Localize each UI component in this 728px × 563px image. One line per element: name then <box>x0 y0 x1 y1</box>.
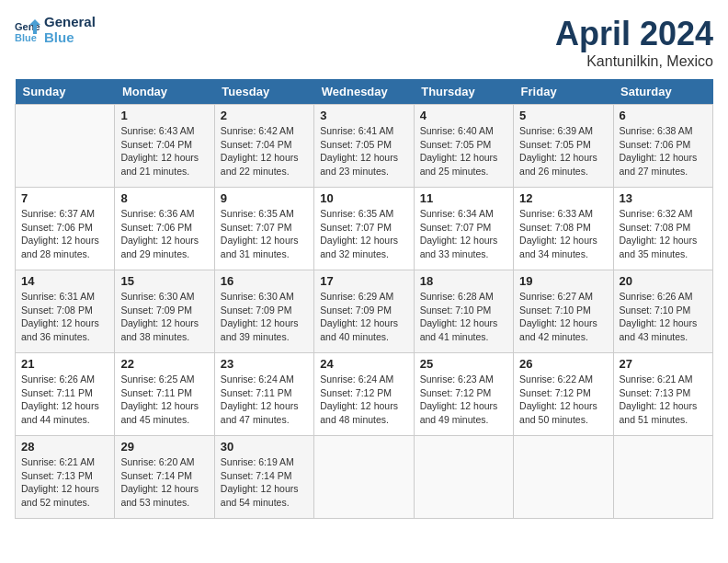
day-number: 14 <box>21 274 108 288</box>
day-info: Sunrise: 6:31 AM Sunset: 7:08 PM Dayligh… <box>21 290 108 344</box>
day-number: 22 <box>120 357 208 371</box>
calendar-cell: 7Sunrise: 6:37 AM Sunset: 7:06 PM Daylig… <box>16 188 115 270</box>
day-number: 24 <box>320 357 407 371</box>
calendar-cell: 17Sunrise: 6:29 AM Sunset: 7:09 PM Dayli… <box>314 270 414 353</box>
calendar-cell <box>16 105 115 188</box>
day-number: 23 <box>221 357 308 371</box>
calendar-cell: 19Sunrise: 6:27 AM Sunset: 7:10 PM Dayli… <box>514 270 613 353</box>
logo-icon: General Blue <box>15 17 40 43</box>
calendar-cell: 24Sunrise: 6:24 AM Sunset: 7:12 PM Dayli… <box>314 353 414 436</box>
day-number: 28 <box>21 440 108 454</box>
logo-blue: Blue <box>44 30 96 46</box>
day-info: Sunrise: 6:26 AM Sunset: 7:10 PM Dayligh… <box>620 290 707 344</box>
day-number: 17 <box>320 274 407 288</box>
day-number: 10 <box>320 191 407 205</box>
day-info: Sunrise: 6:43 AM Sunset: 7:04 PM Dayligh… <box>120 124 208 178</box>
day-info: Sunrise: 6:24 AM Sunset: 7:12 PM Dayligh… <box>320 373 407 427</box>
day-info: Sunrise: 6:29 AM Sunset: 7:09 PM Dayligh… <box>320 290 407 344</box>
day-info: Sunrise: 6:28 AM Sunset: 7:10 PM Dayligh… <box>420 290 507 344</box>
day-info: Sunrise: 6:24 AM Sunset: 7:11 PM Dayligh… <box>221 373 308 427</box>
calendar-cell <box>613 436 712 519</box>
day-info: Sunrise: 6:34 AM Sunset: 7:07 PM Dayligh… <box>420 207 507 261</box>
day-header-sunday: Sunday <box>16 79 115 105</box>
calendar-cell <box>314 436 414 519</box>
day-info: Sunrise: 6:25 AM Sunset: 7:11 PM Dayligh… <box>120 373 208 427</box>
calendar-cell: 14Sunrise: 6:31 AM Sunset: 7:08 PM Dayli… <box>16 270 115 353</box>
day-info: Sunrise: 6:19 AM Sunset: 7:14 PM Dayligh… <box>221 455 308 510</box>
day-number: 9 <box>221 191 308 205</box>
calendar-cell: 4Sunrise: 6:40 AM Sunset: 7:05 PM Daylig… <box>414 105 513 188</box>
week-row-1: 1Sunrise: 6:43 AM Sunset: 7:04 PM Daylig… <box>16 105 713 188</box>
calendar-cell: 15Sunrise: 6:30 AM Sunset: 7:09 PM Dayli… <box>115 270 214 353</box>
day-number: 30 <box>221 440 308 454</box>
calendar-cell <box>514 436 613 519</box>
calendar-cell: 3Sunrise: 6:41 AM Sunset: 7:05 PM Daylig… <box>314 105 414 188</box>
day-info: Sunrise: 6:40 AM Sunset: 7:05 PM Dayligh… <box>420 124 507 178</box>
calendar-cell: 25Sunrise: 6:23 AM Sunset: 7:12 PM Dayli… <box>414 353 513 436</box>
calendar-cell: 18Sunrise: 6:28 AM Sunset: 7:10 PM Dayli… <box>414 270 513 353</box>
day-info: Sunrise: 6:38 AM Sunset: 7:06 PM Dayligh… <box>620 124 707 178</box>
day-number: 11 <box>420 191 507 205</box>
day-header-monday: Monday <box>115 79 214 105</box>
day-number: 27 <box>620 357 707 371</box>
calendar-cell: 28Sunrise: 6:21 AM Sunset: 7:13 PM Dayli… <box>16 436 115 519</box>
day-number: 18 <box>420 274 507 288</box>
calendar-cell: 29Sunrise: 6:20 AM Sunset: 7:14 PM Dayli… <box>115 436 214 519</box>
day-info: Sunrise: 6:37 AM Sunset: 7:06 PM Dayligh… <box>21 207 108 261</box>
day-info: Sunrise: 6:30 AM Sunset: 7:09 PM Dayligh… <box>120 290 208 344</box>
week-row-3: 14Sunrise: 6:31 AM Sunset: 7:08 PM Dayli… <box>16 270 713 353</box>
calendar-cell: 20Sunrise: 6:26 AM Sunset: 7:10 PM Dayli… <box>613 270 712 353</box>
calendar-cell: 23Sunrise: 6:24 AM Sunset: 7:11 PM Dayli… <box>214 353 313 436</box>
day-info: Sunrise: 6:32 AM Sunset: 7:08 PM Dayligh… <box>620 207 707 261</box>
location-subtitle: Kantunilkin, Mexico <box>555 53 713 70</box>
day-number: 2 <box>221 109 308 122</box>
day-number: 12 <box>519 191 607 205</box>
calendar-cell <box>414 436 513 519</box>
day-number: 19 <box>519 274 607 288</box>
logo: General Blue General Blue <box>15 15 96 45</box>
page-header: General Blue General Blue April 2024 Kan… <box>15 15 713 70</box>
calendar-cell: 11Sunrise: 6:34 AM Sunset: 7:07 PM Dayli… <box>414 188 513 270</box>
calendar-cell: 21Sunrise: 6:26 AM Sunset: 7:11 PM Dayli… <box>16 353 115 436</box>
day-info: Sunrise: 6:22 AM Sunset: 7:12 PM Dayligh… <box>519 373 607 427</box>
day-header-wednesday: Wednesday <box>314 79 414 105</box>
day-info: Sunrise: 6:27 AM Sunset: 7:10 PM Dayligh… <box>519 290 607 344</box>
day-number: 29 <box>120 440 208 454</box>
day-header-thursday: Thursday <box>414 79 513 105</box>
day-number: 4 <box>420 109 507 122</box>
day-info: Sunrise: 6:36 AM Sunset: 7:06 PM Dayligh… <box>120 207 208 261</box>
calendar-cell: 30Sunrise: 6:19 AM Sunset: 7:14 PM Dayli… <box>214 436 313 519</box>
calendar-cell: 2Sunrise: 6:42 AM Sunset: 7:04 PM Daylig… <box>214 105 313 188</box>
calendar-cell: 22Sunrise: 6:25 AM Sunset: 7:11 PM Dayli… <box>115 353 214 436</box>
calendar-cell: 6Sunrise: 6:38 AM Sunset: 7:06 PM Daylig… <box>613 105 712 188</box>
week-row-5: 28Sunrise: 6:21 AM Sunset: 7:13 PM Dayli… <box>16 436 713 519</box>
calendar-cell: 8Sunrise: 6:36 AM Sunset: 7:06 PM Daylig… <box>115 188 214 270</box>
calendar-cell: 13Sunrise: 6:32 AM Sunset: 7:08 PM Dayli… <box>613 188 712 270</box>
day-info: Sunrise: 6:35 AM Sunset: 7:07 PM Dayligh… <box>320 207 407 261</box>
calendar-cell: 26Sunrise: 6:22 AM Sunset: 7:12 PM Dayli… <box>514 353 613 436</box>
calendar-cell: 5Sunrise: 6:39 AM Sunset: 7:05 PM Daylig… <box>514 105 613 188</box>
day-info: Sunrise: 6:30 AM Sunset: 7:09 PM Dayligh… <box>221 290 308 344</box>
calendar-table: SundayMondayTuesdayWednesdayThursdayFrid… <box>15 79 713 519</box>
day-header-friday: Friday <box>514 79 613 105</box>
calendar-cell: 27Sunrise: 6:21 AM Sunset: 7:13 PM Dayli… <box>613 353 712 436</box>
day-number: 1 <box>120 109 208 122</box>
logo-general: General <box>44 15 96 30</box>
day-number: 3 <box>320 109 407 122</box>
day-number: 16 <box>221 274 308 288</box>
week-row-4: 21Sunrise: 6:26 AM Sunset: 7:11 PM Dayli… <box>16 353 713 436</box>
calendar-cell: 10Sunrise: 6:35 AM Sunset: 7:07 PM Dayli… <box>314 188 414 270</box>
day-info: Sunrise: 6:33 AM Sunset: 7:08 PM Dayligh… <box>519 207 607 261</box>
day-number: 15 <box>120 274 208 288</box>
calendar-header-row: SundayMondayTuesdayWednesdayThursdayFrid… <box>16 79 713 105</box>
day-number: 13 <box>620 191 707 205</box>
day-info: Sunrise: 6:20 AM Sunset: 7:14 PM Dayligh… <box>120 455 208 510</box>
calendar-cell: 9Sunrise: 6:35 AM Sunset: 7:07 PM Daylig… <box>214 188 313 270</box>
day-header-saturday: Saturday <box>613 79 712 105</box>
month-title: April 2024 <box>555 15 713 53</box>
day-number: 25 <box>420 357 507 371</box>
title-block: April 2024 Kantunilkin, Mexico <box>555 15 713 70</box>
day-info: Sunrise: 6:35 AM Sunset: 7:07 PM Dayligh… <box>221 207 308 261</box>
day-number: 8 <box>120 191 208 205</box>
day-info: Sunrise: 6:26 AM Sunset: 7:11 PM Dayligh… <box>21 373 108 427</box>
